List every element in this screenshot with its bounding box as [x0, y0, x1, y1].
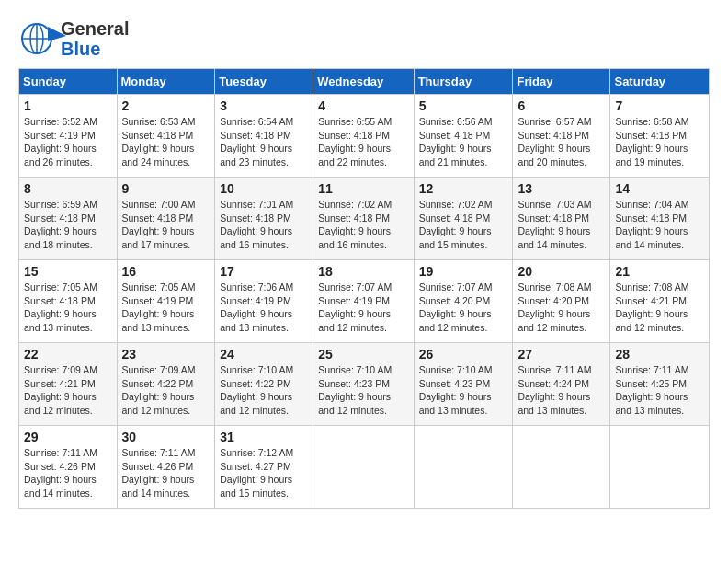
day-number: 22 — [24, 347, 112, 362]
day-info: Sunrise: 6:52 AM Sunset: 4:19 PM Dayligh… — [24, 115, 112, 169]
day-info: Sunrise: 7:11 AM Sunset: 4:26 PM Dayligh… — [24, 446, 112, 500]
day-info: Sunrise: 7:08 AM Sunset: 4:21 PM Dayligh… — [615, 281, 704, 335]
day-number: 15 — [24, 264, 112, 279]
day-info: Sunrise: 7:06 AM Sunset: 4:19 PM Dayligh… — [220, 281, 308, 335]
day-cell: 17 Sunrise: 7:06 AM Sunset: 4:19 PM Dayl… — [215, 260, 313, 343]
logo-general: General — [61, 18, 129, 39]
day-number: 13 — [518, 181, 605, 196]
day-info: Sunrise: 7:03 AM Sunset: 4:18 PM Dayligh… — [518, 198, 605, 252]
day-cell: 25 Sunrise: 7:10 AM Sunset: 4:23 PM Dayl… — [313, 343, 414, 426]
day-number: 9 — [122, 181, 210, 196]
day-cell: 20 Sunrise: 7:08 AM Sunset: 4:20 PM Dayl… — [513, 260, 610, 343]
day-cell: 6 Sunrise: 6:57 AM Sunset: 4:18 PM Dayli… — [513, 95, 610, 178]
day-number: 8 — [24, 181, 112, 196]
day-cell: 8 Sunrise: 6:59 AM Sunset: 4:18 PM Dayli… — [19, 178, 118, 260]
day-cell: 2 Sunrise: 6:53 AM Sunset: 4:18 PM Dayli… — [117, 95, 215, 178]
day-number: 16 — [122, 264, 210, 279]
day-info: Sunrise: 7:07 AM Sunset: 4:19 PM Dayligh… — [318, 281, 408, 335]
day-info: Sunrise: 7:11 AM Sunset: 4:24 PM Dayligh… — [518, 363, 605, 418]
day-cell: 11 Sunrise: 7:02 AM Sunset: 4:18 PM Dayl… — [313, 178, 414, 260]
day-info: Sunrise: 7:08 AM Sunset: 4:20 PM Dayligh… — [518, 281, 605, 335]
weekday-header-sunday: Sunday — [19, 69, 118, 95]
day-number: 27 — [518, 347, 605, 362]
day-number: 29 — [24, 430, 112, 444]
day-number: 30 — [122, 430, 210, 444]
day-info: Sunrise: 6:53 AM Sunset: 4:18 PM Dayligh… — [122, 115, 210, 169]
svg-marker-4 — [48, 27, 66, 41]
day-cell: 29 Sunrise: 7:11 AM Sunset: 4:26 PM Dayl… — [19, 426, 118, 509]
day-number: 26 — [419, 347, 508, 362]
day-info: Sunrise: 6:59 AM Sunset: 4:18 PM Dayligh… — [24, 198, 112, 252]
day-cell: 19 Sunrise: 7:07 AM Sunset: 4:20 PM Dayl… — [414, 260, 513, 343]
day-cell: 30 Sunrise: 7:11 AM Sunset: 4:26 PM Dayl… — [117, 426, 215, 509]
weekday-header-thursday: Thursday — [414, 69, 513, 95]
day-info: Sunrise: 7:09 AM Sunset: 4:22 PM Dayligh… — [122, 363, 210, 418]
day-cell — [610, 426, 710, 509]
day-number: 5 — [419, 98, 508, 113]
day-cell: 22 Sunrise: 7:09 AM Sunset: 4:21 PM Dayl… — [19, 343, 118, 426]
day-cell: 1 Sunrise: 6:52 AM Sunset: 4:19 PM Dayli… — [19, 95, 118, 178]
day-number: 12 — [419, 181, 508, 196]
day-info: Sunrise: 6:55 AM Sunset: 4:18 PM Dayligh… — [318, 115, 408, 169]
day-info: Sunrise: 7:05 AM Sunset: 4:19 PM Dayligh… — [122, 281, 210, 335]
calendar-body: 1 Sunrise: 6:52 AM Sunset: 4:19 PM Dayli… — [19, 95, 710, 509]
week-row-4: 22 Sunrise: 7:09 AM Sunset: 4:21 PM Dayl… — [19, 343, 710, 426]
day-number: 24 — [220, 347, 308, 362]
day-info: Sunrise: 7:02 AM Sunset: 4:18 PM Dayligh… — [318, 198, 408, 252]
logo-icon — [18, 19, 66, 58]
day-cell: 31 Sunrise: 7:12 AM Sunset: 4:27 PM Dayl… — [215, 426, 313, 509]
day-cell: 27 Sunrise: 7:11 AM Sunset: 4:24 PM Dayl… — [513, 343, 610, 426]
day-number: 31 — [220, 430, 308, 444]
day-number: 14 — [615, 181, 704, 196]
day-cell — [414, 426, 513, 509]
day-cell: 26 Sunrise: 7:10 AM Sunset: 4:23 PM Dayl… — [414, 343, 513, 426]
day-info: Sunrise: 6:56 AM Sunset: 4:18 PM Dayligh… — [419, 115, 508, 169]
day-info: Sunrise: 7:02 AM Sunset: 4:18 PM Dayligh… — [419, 198, 508, 252]
day-info: Sunrise: 6:54 AM Sunset: 4:18 PM Dayligh… — [220, 115, 308, 169]
day-cell: 21 Sunrise: 7:08 AM Sunset: 4:21 PM Dayl… — [610, 260, 710, 343]
day-cell: 24 Sunrise: 7:10 AM Sunset: 4:22 PM Dayl… — [215, 343, 313, 426]
day-cell: 7 Sunrise: 6:58 AM Sunset: 4:18 PM Dayli… — [610, 95, 710, 178]
day-number: 21 — [615, 264, 704, 279]
day-number: 23 — [122, 347, 210, 362]
day-info: Sunrise: 7:10 AM Sunset: 4:22 PM Dayligh… — [220, 363, 308, 418]
day-cell: 4 Sunrise: 6:55 AM Sunset: 4:18 PM Dayli… — [313, 95, 414, 178]
calendar-table: SundayMondayTuesdayWednesdayThursdayFrid… — [18, 68, 710, 509]
day-cell — [513, 426, 610, 509]
day-info: Sunrise: 7:10 AM Sunset: 4:23 PM Dayligh… — [318, 363, 408, 418]
day-number: 10 — [220, 181, 308, 196]
day-info: Sunrise: 7:11 AM Sunset: 4:25 PM Dayligh… — [615, 363, 704, 418]
day-info: Sunrise: 7:10 AM Sunset: 4:23 PM Dayligh… — [419, 363, 508, 418]
day-number: 4 — [318, 98, 408, 113]
day-cell: 28 Sunrise: 7:11 AM Sunset: 4:25 PM Dayl… — [610, 343, 710, 426]
day-number: 11 — [318, 181, 408, 196]
day-number: 20 — [518, 264, 605, 279]
weekday-header-tuesday: Tuesday — [215, 69, 313, 95]
day-info: Sunrise: 7:05 AM Sunset: 4:18 PM Dayligh… — [24, 281, 112, 335]
page-header: General Blue — [18, 18, 710, 59]
day-cell: 12 Sunrise: 7:02 AM Sunset: 4:18 PM Dayl… — [414, 178, 513, 260]
weekday-header-friday: Friday — [513, 69, 610, 95]
day-number: 28 — [615, 347, 704, 362]
day-cell: 18 Sunrise: 7:07 AM Sunset: 4:19 PM Dayl… — [313, 260, 414, 343]
day-cell: 5 Sunrise: 6:56 AM Sunset: 4:18 PM Dayli… — [414, 95, 513, 178]
week-row-1: 1 Sunrise: 6:52 AM Sunset: 4:19 PM Dayli… — [19, 95, 710, 178]
day-number: 25 — [318, 347, 408, 362]
day-number: 18 — [318, 264, 408, 279]
logo: General Blue — [18, 18, 129, 59]
day-cell: 3 Sunrise: 6:54 AM Sunset: 4:18 PM Dayli… — [215, 95, 313, 178]
week-row-5: 29 Sunrise: 7:11 AM Sunset: 4:26 PM Dayl… — [19, 426, 710, 509]
day-cell: 10 Sunrise: 7:01 AM Sunset: 4:18 PM Dayl… — [215, 178, 313, 260]
day-cell: 23 Sunrise: 7:09 AM Sunset: 4:22 PM Dayl… — [117, 343, 215, 426]
week-row-3: 15 Sunrise: 7:05 AM Sunset: 4:18 PM Dayl… — [19, 260, 710, 343]
day-number: 6 — [518, 98, 605, 113]
weekday-header-saturday: Saturday — [610, 69, 710, 95]
day-cell: 14 Sunrise: 7:04 AM Sunset: 4:18 PM Dayl… — [610, 178, 710, 260]
day-number: 19 — [419, 264, 508, 279]
day-info: Sunrise: 6:58 AM Sunset: 4:18 PM Dayligh… — [615, 115, 704, 169]
day-number: 7 — [615, 98, 704, 113]
day-number: 3 — [220, 98, 308, 113]
day-info: Sunrise: 6:57 AM Sunset: 4:18 PM Dayligh… — [518, 115, 605, 169]
day-number: 17 — [220, 264, 308, 279]
day-cell: 16 Sunrise: 7:05 AM Sunset: 4:19 PM Dayl… — [117, 260, 215, 343]
